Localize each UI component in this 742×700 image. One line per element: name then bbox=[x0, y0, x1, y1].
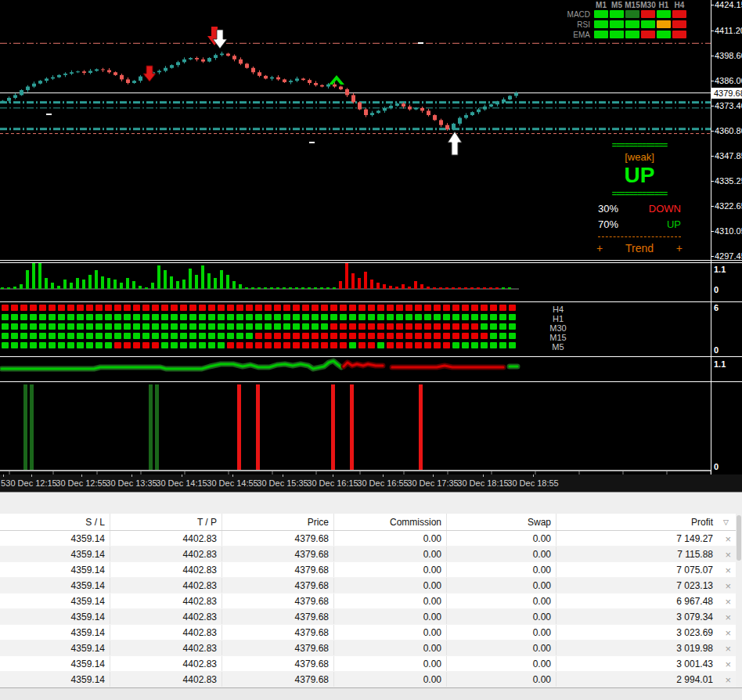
price-axis-label: 4297.45 bbox=[715, 251, 742, 261]
candlestick-chart[interactable]: M1M5M15M30H1H4MACDRSIEMA ============= [… bbox=[0, 0, 742, 261]
close-position-button[interactable]: × bbox=[725, 643, 731, 653]
column-header-swap[interactable]: Swap bbox=[447, 514, 556, 530]
commission-cell: 0.00 bbox=[334, 609, 447, 624]
tp-cell: 4402.83 bbox=[110, 578, 222, 593]
commission-cell: 0.00 bbox=[334, 594, 447, 608]
price-cell: 4379.68 bbox=[222, 531, 334, 546]
column-header-profit[interactable]: Profit▽ bbox=[556, 514, 742, 530]
histogram-max-label: 1.1 bbox=[714, 265, 726, 274]
sl-cell: 4359.14 bbox=[0, 672, 110, 687]
time-tick bbox=[533, 474, 534, 477]
time-tick bbox=[182, 474, 182, 477]
time-label: 30 Dec 12:55 bbox=[56, 478, 106, 488]
commission-cell: 0.00 bbox=[334, 578, 447, 593]
scrollbar-thumb[interactable] bbox=[737, 515, 741, 561]
tp-cell: 4402.83 bbox=[110, 640, 222, 655]
time-tick bbox=[131, 474, 132, 477]
price-dash-mark bbox=[46, 114, 52, 115]
matrix-row-h4 bbox=[2, 305, 516, 311]
trade-row[interactable]: 4359.144402.834379.680.000.003 079.34× bbox=[0, 609, 742, 625]
up-label: UP bbox=[667, 219, 681, 229]
trade-row[interactable]: 4359.144402.834379.680.000.007 075.07× bbox=[0, 562, 742, 578]
column-header-sl[interactable]: S / L bbox=[0, 514, 110, 530]
multi-timeframe-matrix-panel[interactable]: H4H1M30M15M560 bbox=[0, 301, 742, 356]
time-label: 30 Dec 16:55 bbox=[357, 478, 408, 488]
time-tick bbox=[433, 474, 434, 477]
down-arrow-marker bbox=[143, 66, 156, 81]
sl-cell: 4359.14 bbox=[0, 531, 110, 546]
trend-strength-label: [weak] bbox=[589, 152, 690, 162]
price-axis-label: 4398.60 bbox=[715, 51, 742, 60]
close-position-button[interactable]: × bbox=[725, 674, 731, 684]
close-position-button[interactable]: × bbox=[725, 612, 731, 622]
impulse-bars-panel[interactable]: 0 bbox=[0, 381, 742, 474]
time-tick bbox=[283, 474, 283, 477]
trend-title-row: + Trend + bbox=[589, 243, 690, 254]
table-scrollbar[interactable] bbox=[736, 514, 742, 687]
close-position-button[interactable]: × bbox=[725, 596, 731, 606]
time-label: 30 Dec 12:15 bbox=[5, 478, 56, 488]
histogram-indicator-panel[interactable]: 1.10 bbox=[0, 262, 742, 301]
close-position-button[interactable]: × bbox=[725, 549, 731, 559]
swap-cell: 0.00 bbox=[447, 656, 556, 671]
swap-cell: 0.00 bbox=[447, 547, 556, 561]
swap-cell: 0.00 bbox=[447, 640, 556, 655]
matrix-row-label-m30: M30 bbox=[546, 323, 570, 333]
open-positions-table: S / LT / PPriceCommissionSwapProfit▽ 435… bbox=[0, 514, 742, 687]
commission-cell: 0.00 bbox=[334, 672, 447, 687]
tf-cell-ema-m30 bbox=[641, 31, 655, 38]
tf-cell-macd-m1 bbox=[594, 10, 608, 18]
matrix-row-m5 bbox=[2, 342, 516, 348]
time-tick bbox=[383, 474, 384, 477]
profit-cell: 3 001.43 bbox=[556, 656, 742, 671]
price-axis-label: 4335.25 bbox=[715, 176, 742, 186]
trade-row[interactable]: 4359.144402.834379.680.000.007 149.27× bbox=[0, 531, 742, 547]
close-position-button[interactable]: × bbox=[725, 580, 731, 590]
profit-cell: 7 149.27 bbox=[556, 531, 742, 546]
commission-cell: 0.00 bbox=[334, 562, 447, 577]
plus-sign: + bbox=[596, 243, 603, 254]
time-label: 30 Dec 14:55 bbox=[207, 478, 258, 488]
close-position-button[interactable]: × bbox=[725, 565, 731, 575]
commission-cell: 0.00 bbox=[334, 531, 447, 546]
profit-cell: 6 967.48 bbox=[556, 594, 742, 608]
tf-cell-rsi-h1 bbox=[657, 20, 671, 28]
plus-sign: + bbox=[676, 243, 683, 254]
trade-row[interactable]: 4359.144402.834379.680.000.006 967.48× bbox=[0, 594, 742, 609]
table-body: 4359.144402.834379.680.000.007 149.27×43… bbox=[0, 531, 742, 687]
swap-cell: 0.00 bbox=[447, 562, 556, 577]
sl-cell: 4359.14 bbox=[0, 547, 110, 561]
signal-line-canvas bbox=[0, 357, 742, 381]
signal-line-panel[interactable]: 1.1 bbox=[0, 356, 742, 381]
price-axis-label: 4386.00 bbox=[715, 76, 742, 85]
price-cell: 4379.68 bbox=[222, 547, 334, 561]
swap-cell: 0.00 bbox=[447, 625, 556, 640]
close-position-button[interactable]: × bbox=[725, 627, 731, 637]
tf-cell-ema-m15 bbox=[625, 31, 639, 38]
column-header-price[interactable]: Price bbox=[222, 514, 334, 530]
down-pct-value: 30% bbox=[598, 204, 618, 214]
sl-cell: 4359.14 bbox=[0, 640, 110, 655]
time-label: 30 Dec 15:35 bbox=[257, 478, 308, 488]
trade-row[interactable]: 4359.144402.834379.680.000.007 023.13× bbox=[0, 578, 742, 594]
trade-row[interactable]: 4359.144402.834379.680.000.003 001.43× bbox=[0, 656, 742, 672]
up-chevron-marker bbox=[329, 75, 344, 85]
trade-row[interactable]: 4359.144402.834379.680.000.002 994.01× bbox=[0, 672, 742, 687]
tp-cell: 4402.83 bbox=[110, 562, 222, 577]
separator-equals-line: ============= bbox=[589, 141, 690, 150]
trade-row[interactable]: 4359.144402.834379.680.000.003 023.69× bbox=[0, 625, 742, 640]
close-position-button[interactable]: × bbox=[725, 533, 731, 543]
trade-row[interactable]: 4359.144402.834379.680.000.007 115.88× bbox=[0, 547, 742, 562]
time-axis[interactable]: 530 Dec 12:1530 Dec 12:5530 Dec 13:3530 … bbox=[0, 474, 742, 492]
trade-row[interactable]: 4359.144402.834379.680.000.003 019.98× bbox=[0, 640, 742, 656]
sort-indicator-icon: ▽ bbox=[723, 518, 729, 526]
time-tick bbox=[81, 474, 82, 477]
price-dash-mark bbox=[418, 42, 423, 44]
down-label: DOWN bbox=[649, 204, 681, 214]
tf-cell-macd-m15 bbox=[625, 10, 639, 18]
column-header-commission[interactable]: Commission bbox=[334, 514, 447, 530]
panel-splitter[interactable] bbox=[0, 492, 742, 514]
close-position-button[interactable]: × bbox=[725, 659, 731, 669]
column-header-tp[interactable]: T / P bbox=[110, 514, 222, 530]
commission-cell: 0.00 bbox=[334, 656, 447, 671]
